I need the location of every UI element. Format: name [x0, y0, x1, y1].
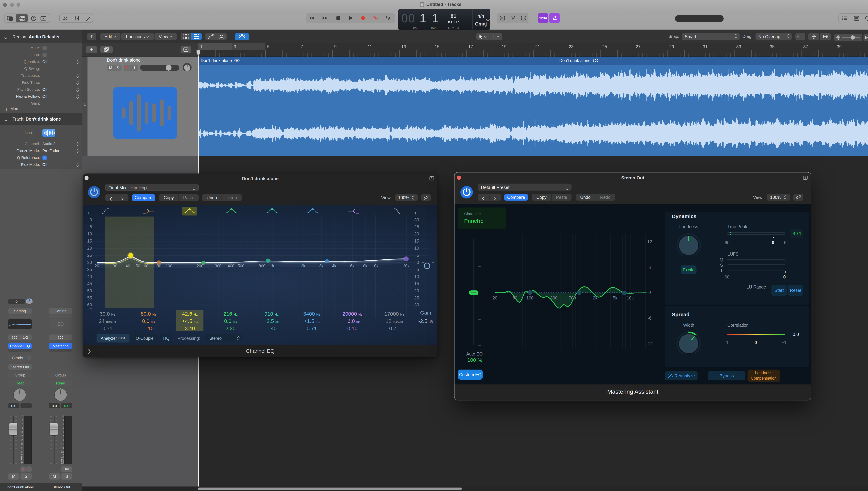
svg-text:5: 5	[267, 44, 270, 49]
svg-text:1k: 1k	[270, 264, 274, 268]
svg-text:12: 12	[61, 431, 64, 434]
svg-text:20k: 20k	[403, 264, 410, 268]
svg-text:30: 30	[21, 451, 23, 453]
svg-text:-6: -6	[648, 316, 651, 320]
svg-text:30: 30	[113, 264, 117, 268]
svg-text:80: 80	[157, 264, 161, 268]
svg-text:8k: 8k	[363, 264, 367, 268]
svg-text:9: 9	[334, 44, 337, 49]
svg-text:23: 23	[569, 44, 573, 49]
svg-text:6: 6	[62, 423, 64, 426]
svg-text:31: 31	[703, 44, 708, 49]
svg-text:6: 6	[648, 265, 651, 270]
svg-text:3k: 3k	[319, 264, 324, 268]
svg-text:21: 21	[535, 44, 540, 49]
svg-text:39: 39	[837, 44, 842, 49]
svg-text:800: 800	[259, 264, 265, 268]
svg-text:0: 0	[62, 415, 64, 418]
svg-text:300: 300	[215, 264, 221, 268]
svg-text:17: 17	[468, 44, 473, 49]
svg-text:-12: -12	[646, 341, 653, 346]
svg-text:21: 21	[21, 443, 23, 446]
svg-text:40: 40	[126, 264, 130, 268]
svg-text:300: 300	[550, 295, 558, 300]
svg-text:♪: ♪	[10, 18, 11, 21]
svg-text:0: 0	[22, 415, 23, 418]
svg-text:7: 7	[301, 44, 303, 49]
svg-text:400: 400	[228, 264, 234, 268]
svg-text:50: 50	[136, 264, 140, 268]
svg-text:20: 20	[493, 295, 497, 300]
svg-text:20: 20	[94, 264, 99, 268]
svg-text:15: 15	[61, 435, 64, 438]
svg-text:100: 100	[166, 264, 172, 268]
svg-text:6: 6	[22, 423, 23, 426]
svg-text:3: 3	[234, 44, 236, 49]
svg-text:25: 25	[602, 44, 607, 49]
svg-text:37: 37	[803, 44, 808, 49]
svg-text:10k: 10k	[627, 295, 634, 300]
svg-text:12: 12	[21, 431, 23, 434]
svg-text:30: 30	[61, 451, 64, 453]
svg-text:0: 0	[648, 290, 651, 295]
svg-text:24: 24	[61, 447, 64, 450]
svg-text:13: 13	[401, 44, 406, 49]
svg-text:5k: 5k	[613, 295, 617, 300]
svg-text:33: 33	[736, 44, 741, 49]
svg-text:1: 1	[200, 44, 203, 49]
svg-text:60: 60	[144, 264, 148, 268]
svg-text:15: 15	[435, 44, 440, 49]
svg-text:10k: 10k	[372, 264, 379, 268]
svg-text:24: 24	[21, 447, 23, 450]
svg-text:35: 35	[770, 44, 775, 49]
svg-text:18: 18	[61, 439, 64, 442]
svg-text:12: 12	[647, 239, 652, 244]
svg-text:700: 700	[569, 295, 576, 300]
svg-text:200: 200	[197, 264, 203, 268]
svg-text:3: 3	[22, 419, 23, 422]
svg-text:6k: 6k	[350, 264, 355, 268]
svg-text:9: 9	[62, 427, 64, 430]
svg-text:2k: 2k	[593, 295, 597, 300]
svg-text:21: 21	[61, 443, 64, 446]
svg-text:500: 500	[237, 264, 244, 268]
svg-text:50: 50	[512, 295, 517, 300]
svg-text:15: 15	[21, 435, 23, 438]
svg-text:27: 27	[636, 44, 641, 49]
svg-text:S: S	[523, 16, 525, 20]
svg-text:4k: 4k	[332, 264, 336, 268]
svg-text:?: ?	[33, 17, 35, 20]
svg-text:60: 60	[21, 462, 23, 465]
svg-text:60: 60	[61, 462, 64, 465]
svg-text:3: 3	[62, 419, 64, 422]
svg-text:29: 29	[669, 44, 674, 49]
svg-text:9: 9	[22, 427, 23, 430]
svg-text:11: 11	[368, 44, 372, 49]
svg-text:2k: 2k	[301, 264, 305, 268]
svg-text:18: 18	[21, 439, 23, 442]
svg-text:19: 19	[502, 44, 507, 49]
svg-text:100: 100	[526, 295, 534, 300]
